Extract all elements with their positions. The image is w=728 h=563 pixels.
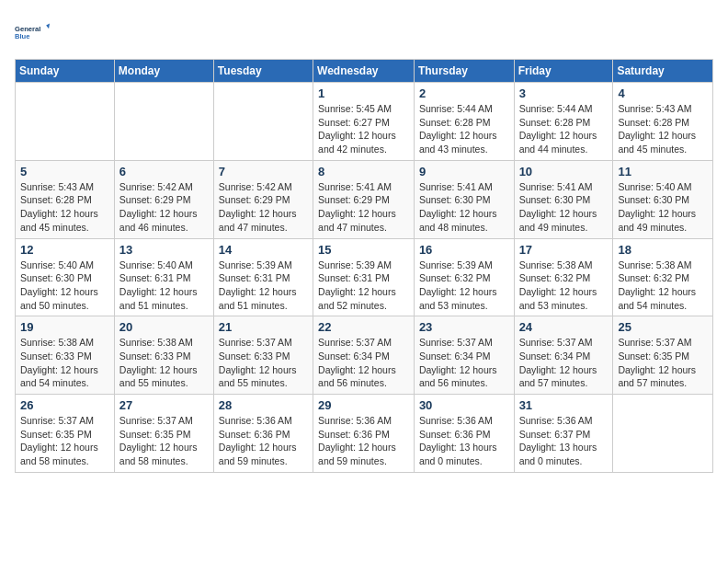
calendar-cell: 2Sunrise: 5:44 AM Sunset: 6:28 PM Daylig… xyxy=(414,83,514,161)
day-number: 25 xyxy=(618,320,708,334)
calendar-cell: 25Sunrise: 5:37 AM Sunset: 6:35 PM Dayli… xyxy=(613,316,713,395)
calendar-cell: 14Sunrise: 5:39 AM Sunset: 6:31 PM Dayli… xyxy=(213,238,313,316)
day-number: 28 xyxy=(219,398,308,412)
weekday-header-tuesday: Tuesday xyxy=(213,60,313,83)
day-number: 16 xyxy=(419,243,509,257)
calendar-cell: 19Sunrise: 5:38 AM Sunset: 6:33 PM Dayli… xyxy=(16,316,115,395)
weekday-header-row: SundayMondayTuesdayWednesdayThursdayFrid… xyxy=(16,60,713,83)
calendar-cell: 26Sunrise: 5:37 AM Sunset: 6:35 PM Dayli… xyxy=(16,395,115,473)
day-info: Sunrise: 5:36 AM Sunset: 6:36 PM Dayligh… xyxy=(318,414,409,468)
day-info: Sunrise: 5:37 AM Sunset: 6:34 PM Dayligh… xyxy=(318,336,409,390)
day-info: Sunrise: 5:37 AM Sunset: 6:34 PM Dayligh… xyxy=(519,336,609,390)
day-number: 18 xyxy=(618,243,708,257)
day-number: 12 xyxy=(20,243,109,257)
day-number: 11 xyxy=(618,165,708,178)
weekday-header-saturday: Saturday xyxy=(613,60,713,83)
calendar-cell: 27Sunrise: 5:37 AM Sunset: 6:35 PM Dayli… xyxy=(114,395,213,473)
day-info: Sunrise: 5:37 AM Sunset: 6:35 PM Dayligh… xyxy=(119,414,209,468)
calendar-week-4: 19Sunrise: 5:38 AM Sunset: 6:33 PM Dayli… xyxy=(16,316,713,395)
svg-text:Blue: Blue xyxy=(15,32,29,40)
day-info: Sunrise: 5:44 AM Sunset: 6:28 PM Dayligh… xyxy=(519,102,609,156)
day-info: Sunrise: 5:36 AM Sunset: 6:36 PM Dayligh… xyxy=(419,414,509,468)
weekday-header-friday: Friday xyxy=(514,60,613,83)
day-number: 17 xyxy=(519,243,609,257)
calendar-cell: 20Sunrise: 5:38 AM Sunset: 6:33 PM Dayli… xyxy=(114,316,213,395)
day-number: 19 xyxy=(20,320,109,334)
day-number: 10 xyxy=(519,165,609,178)
day-info: Sunrise: 5:43 AM Sunset: 6:28 PM Dayligh… xyxy=(618,102,708,156)
day-info: Sunrise: 5:43 AM Sunset: 6:28 PM Dayligh… xyxy=(20,180,109,235)
day-info: Sunrise: 5:36 AM Sunset: 6:37 PM Dayligh… xyxy=(519,414,609,468)
calendar-week-1: 1Sunrise: 5:45 AM Sunset: 6:27 PM Daylig… xyxy=(16,83,713,161)
weekday-header-thursday: Thursday xyxy=(414,60,514,83)
day-info: Sunrise: 5:40 AM Sunset: 6:30 PM Dayligh… xyxy=(20,259,109,313)
calendar-cell: 13Sunrise: 5:40 AM Sunset: 6:31 PM Dayli… xyxy=(114,238,213,316)
calendar-cell: 16Sunrise: 5:39 AM Sunset: 6:32 PM Dayli… xyxy=(414,238,514,316)
day-info: Sunrise: 5:37 AM Sunset: 6:35 PM Dayligh… xyxy=(618,336,708,390)
calendar-cell xyxy=(213,83,313,161)
day-number: 22 xyxy=(318,320,409,334)
day-number: 7 xyxy=(219,165,308,178)
day-info: Sunrise: 5:39 AM Sunset: 6:32 PM Dayligh… xyxy=(419,259,509,313)
day-info: Sunrise: 5:38 AM Sunset: 6:33 PM Dayligh… xyxy=(119,336,209,390)
day-info: Sunrise: 5:44 AM Sunset: 6:28 PM Dayligh… xyxy=(419,102,509,156)
calendar-cell: 17Sunrise: 5:38 AM Sunset: 6:32 PM Dayli… xyxy=(514,238,613,316)
day-info: Sunrise: 5:42 AM Sunset: 6:29 PM Dayligh… xyxy=(219,180,308,235)
logo: General Blue xyxy=(15,15,50,50)
calendar-cell: 1Sunrise: 5:45 AM Sunset: 6:27 PM Daylig… xyxy=(313,83,415,161)
day-info: Sunrise: 5:38 AM Sunset: 6:32 PM Dayligh… xyxy=(519,259,609,313)
calendar-cell: 3Sunrise: 5:44 AM Sunset: 6:28 PM Daylig… xyxy=(514,83,613,161)
calendar-cell: 12Sunrise: 5:40 AM Sunset: 6:30 PM Dayli… xyxy=(16,238,115,316)
day-number: 8 xyxy=(318,165,409,178)
svg-marker-2 xyxy=(46,24,50,29)
calendar-week-5: 26Sunrise: 5:37 AM Sunset: 6:35 PM Dayli… xyxy=(16,395,713,473)
day-info: Sunrise: 5:38 AM Sunset: 6:32 PM Dayligh… xyxy=(618,259,708,313)
day-info: Sunrise: 5:40 AM Sunset: 6:31 PM Dayligh… xyxy=(119,259,209,313)
page-header: General Blue xyxy=(15,15,713,50)
calendar-cell: 9Sunrise: 5:41 AM Sunset: 6:30 PM Daylig… xyxy=(414,160,514,238)
calendar-cell: 22Sunrise: 5:37 AM Sunset: 6:34 PM Dayli… xyxy=(313,316,415,395)
day-number: 26 xyxy=(20,398,109,412)
calendar-cell xyxy=(613,395,713,473)
day-number: 14 xyxy=(219,243,308,257)
calendar-cell: 31Sunrise: 5:36 AM Sunset: 6:37 PM Dayli… xyxy=(514,395,613,473)
day-number: 13 xyxy=(119,243,209,257)
calendar-table: SundayMondayTuesdayWednesdayThursdayFrid… xyxy=(15,59,713,473)
weekday-header-wednesday: Wednesday xyxy=(313,60,415,83)
calendar-cell: 7Sunrise: 5:42 AM Sunset: 6:29 PM Daylig… xyxy=(213,160,313,238)
calendar-cell: 11Sunrise: 5:40 AM Sunset: 6:30 PM Dayli… xyxy=(613,160,713,238)
day-info: Sunrise: 5:40 AM Sunset: 6:30 PM Dayligh… xyxy=(618,180,708,235)
calendar-week-3: 12Sunrise: 5:40 AM Sunset: 6:30 PM Dayli… xyxy=(16,238,713,316)
day-number: 21 xyxy=(219,320,308,334)
day-number: 4 xyxy=(618,86,708,100)
calendar-cell: 30Sunrise: 5:36 AM Sunset: 6:36 PM Dayli… xyxy=(414,395,514,473)
day-number: 30 xyxy=(419,398,509,412)
day-number: 23 xyxy=(419,320,509,334)
calendar-cell: 18Sunrise: 5:38 AM Sunset: 6:32 PM Dayli… xyxy=(613,238,713,316)
day-info: Sunrise: 5:41 AM Sunset: 6:29 PM Dayligh… xyxy=(318,180,409,235)
day-number: 20 xyxy=(119,320,209,334)
calendar-cell: 10Sunrise: 5:41 AM Sunset: 6:30 PM Dayli… xyxy=(514,160,613,238)
day-info: Sunrise: 5:36 AM Sunset: 6:36 PM Dayligh… xyxy=(219,414,308,468)
calendar-cell: 21Sunrise: 5:37 AM Sunset: 6:33 PM Dayli… xyxy=(213,316,313,395)
day-number: 29 xyxy=(318,398,409,412)
day-number: 9 xyxy=(419,165,509,178)
day-info: Sunrise: 5:41 AM Sunset: 6:30 PM Dayligh… xyxy=(519,180,609,235)
calendar-cell: 23Sunrise: 5:37 AM Sunset: 6:34 PM Dayli… xyxy=(414,316,514,395)
calendar-cell: 4Sunrise: 5:43 AM Sunset: 6:28 PM Daylig… xyxy=(613,83,713,161)
day-number: 27 xyxy=(119,398,209,412)
day-info: Sunrise: 5:37 AM Sunset: 6:35 PM Dayligh… xyxy=(20,414,109,468)
calendar-cell xyxy=(114,83,213,161)
weekday-header-monday: Monday xyxy=(114,60,213,83)
day-info: Sunrise: 5:39 AM Sunset: 6:31 PM Dayligh… xyxy=(318,259,409,313)
logo-svg: General Blue xyxy=(15,15,50,50)
calendar-cell: 15Sunrise: 5:39 AM Sunset: 6:31 PM Dayli… xyxy=(313,238,415,316)
day-info: Sunrise: 5:42 AM Sunset: 6:29 PM Dayligh… xyxy=(119,180,209,235)
day-info: Sunrise: 5:37 AM Sunset: 6:34 PM Dayligh… xyxy=(419,336,509,390)
calendar-cell: 5Sunrise: 5:43 AM Sunset: 6:28 PM Daylig… xyxy=(16,160,115,238)
day-number: 31 xyxy=(519,398,609,412)
day-info: Sunrise: 5:39 AM Sunset: 6:31 PM Dayligh… xyxy=(219,259,308,313)
day-number: 2 xyxy=(419,86,509,100)
day-info: Sunrise: 5:41 AM Sunset: 6:30 PM Dayligh… xyxy=(419,180,509,235)
calendar-cell: 28Sunrise: 5:36 AM Sunset: 6:36 PM Dayli… xyxy=(213,395,313,473)
